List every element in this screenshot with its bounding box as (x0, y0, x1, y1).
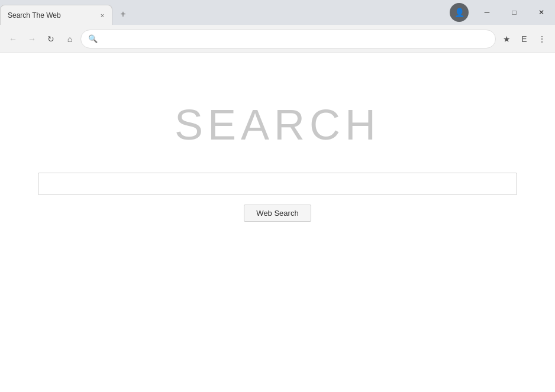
close-button[interactable]: ✕ (528, 0, 555, 25)
menu-button[interactable]: ⋮ (534, 31, 550, 47)
address-bar[interactable]: 🔍 (80, 30, 496, 48)
new-tab-button[interactable]: + (115, 6, 131, 22)
forward-button[interactable]: → (24, 31, 40, 47)
toolbar-actions: ★ E ⋮ (498, 31, 550, 47)
search-button-wrapper: Web Search (244, 205, 311, 222)
tab-title: Search The Web (8, 11, 94, 20)
minimize-button[interactable]: ─ (473, 0, 501, 25)
title-bar: Search The Web × + 👤 ─ □ ✕ (0, 0, 555, 25)
profile-icon: 👤 (454, 8, 464, 17)
maximize-button[interactable]: □ (501, 0, 528, 25)
profile-button[interactable]: 👤 (450, 3, 469, 22)
home-button[interactable]: ⌂ (62, 31, 78, 47)
search-input[interactable] (38, 173, 517, 195)
page-content: SEARCH Web Search (0, 53, 555, 392)
active-tab[interactable]: Search The Web × (0, 5, 112, 25)
reload-button[interactable]: ↻ (43, 31, 59, 47)
address-input[interactable] (101, 34, 488, 43)
extension-button[interactable]: E (516, 31, 533, 47)
browser-window: Search The Web × + 👤 ─ □ ✕ ← → ↻ ⌂ 🔍 ★ E… (0, 0, 555, 392)
window-controls: 👤 ─ □ ✕ (450, 0, 555, 25)
tab-strip: Search The Web × + (0, 0, 131, 25)
page-heading: SEARCH (175, 101, 380, 149)
search-input-wrapper (38, 173, 517, 195)
tab-close-button[interactable]: × (98, 11, 107, 20)
web-search-button[interactable]: Web Search (244, 205, 311, 222)
bookmark-button[interactable]: ★ (498, 31, 515, 47)
address-search-icon: 🔍 (88, 34, 98, 43)
toolbar: ← → ↻ ⌂ 🔍 ★ E ⋮ (0, 25, 555, 53)
back-button[interactable]: ← (5, 31, 21, 47)
